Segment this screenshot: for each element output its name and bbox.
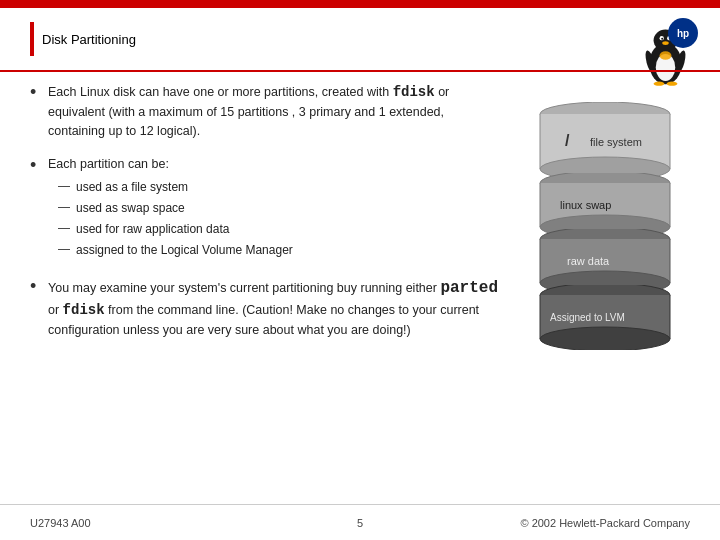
sub-dash-2-1: — (58, 179, 76, 193)
bullet-dot-1: • (30, 82, 44, 104)
parted-mono: parted (440, 279, 498, 297)
fdisk-mono-2: fdisk (63, 302, 105, 318)
sub-item-2-2: — used as swap space (58, 200, 293, 217)
page-title: Disk Partitioning (42, 32, 136, 47)
sub-dash-2-4: — (58, 242, 76, 256)
bullet-content-2: Each partition can be: — used as a file … (48, 155, 293, 263)
cyl-section-lvm: Assigned to LVM (535, 285, 675, 353)
svg-text:file system: file system (590, 136, 642, 148)
bullet-text-2: Each partition can be: (48, 157, 169, 171)
sub-text-2-3: used for raw application data (76, 221, 229, 238)
bullet-item-1: • Each Linux disk can have one or more p… (30, 82, 500, 141)
cyl-filesystem-svg: / file system (535, 102, 675, 182)
text-column: • Each Linux disk can have one or more p… (30, 82, 520, 504)
footer: U27943 A00 5 © 2002 Hewlett-Packard Comp… (0, 504, 720, 540)
cylinder-diagram: / file system linux swap (530, 102, 680, 355)
sub-dash-2-3: — (58, 221, 76, 235)
svg-text:/: / (565, 132, 570, 149)
bullet-dot-2: • (30, 155, 44, 177)
header: Disk Partitioning (0, 8, 720, 70)
svg-point-5 (661, 38, 663, 40)
bullet-dot-3: • (30, 276, 44, 298)
sub-dash-2-2: — (58, 200, 76, 214)
sub-item-2-3: — used for raw application data (58, 221, 293, 238)
hp-text: hp (677, 28, 689, 39)
svg-text:linux swap: linux swap (560, 199, 611, 211)
sub-text-2-2: used as swap space (76, 200, 185, 217)
svg-point-7 (662, 41, 669, 45)
bullet-item-3: • You may examine your system's current … (30, 276, 500, 340)
page-title-text: Disk Partitioning (42, 32, 136, 47)
svg-text:Assigned to LVM: Assigned to LVM (550, 312, 625, 323)
cyl-lvm-svg: Assigned to LVM (535, 285, 675, 350)
sub-item-2-4: — assigned to the Logical Volume Manager (58, 242, 293, 259)
bullet-text-1: Each Linux disk can have one or more par… (48, 82, 500, 141)
top-bar (0, 0, 720, 8)
bullet-text-3: You may examine your system's current pa… (48, 276, 500, 340)
sub-text-2-4: assigned to the Logical Volume Manager (76, 242, 293, 259)
footer-center: 5 (357, 517, 363, 529)
bullet-item-2: • Each partition can be: — used as a fil… (30, 155, 500, 263)
footer-right: © 2002 Hewlett-Packard Company (520, 517, 690, 529)
svg-point-12 (659, 51, 671, 60)
hp-logo: hp (668, 18, 698, 48)
svg-text:raw data: raw data (567, 255, 610, 267)
main-content: • Each Linux disk can have one or more p… (0, 72, 720, 504)
sub-text-2-1: used as a file system (76, 179, 188, 196)
footer-left: U27943 A00 (30, 517, 91, 529)
sub-item-2-1: — used as a file system (58, 179, 293, 196)
header-accent (30, 22, 34, 56)
diagram-column: / file system linux swap (520, 82, 690, 504)
sub-list-2: — used as a file system — used as swap s… (58, 179, 293, 258)
svg-point-34 (540, 327, 670, 350)
fdisk-mono-1: fdisk (393, 84, 435, 100)
